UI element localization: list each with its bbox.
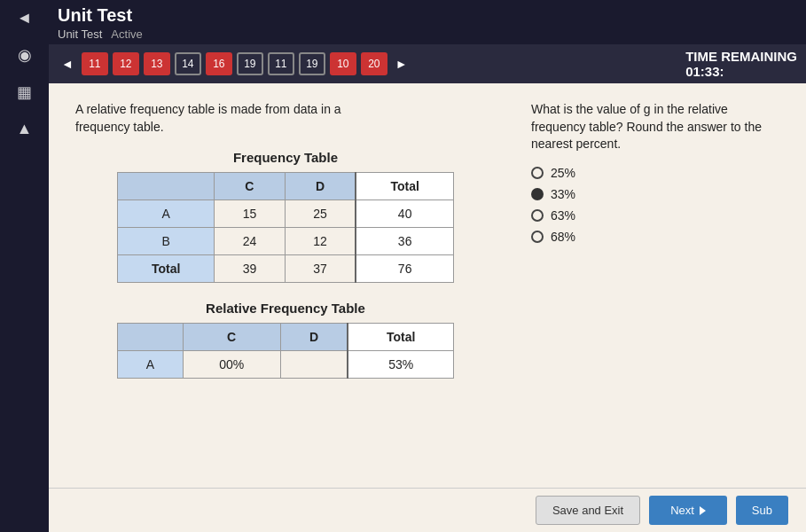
freq-header-empty	[118, 173, 215, 200]
nav-q-14[interactable]: 14	[175, 52, 201, 75]
nav-q-19b[interactable]: 19	[299, 52, 325, 75]
sidebar-back-icon[interactable]: ◄	[17, 9, 33, 27]
freq-row-a-label: A	[118, 200, 215, 228]
rel-row-a-total: 53%	[348, 351, 453, 379]
nav-q-16[interactable]: 16	[206, 52, 232, 75]
left-sidebar: ◄ ◉ ▦ ▲	[0, 0, 49, 532]
top-bar: Unit Test Unit Test Active	[49, 0, 806, 44]
question-right: What is the value of g in the relative f…	[531, 101, 779, 379]
content-area: A relative frequency table is made from …	[49, 83, 806, 488]
freq-row-a-d: 25	[285, 200, 356, 228]
question-left: A relative frequency table is made from …	[75, 101, 496, 379]
timer-display: TIME REMAINING01:33:	[685, 49, 797, 79]
freq-row-b-c: 24	[215, 228, 285, 255]
app-title: Unit Test	[58, 5, 143, 26]
right-question-text: What is the value of g in the relative f…	[531, 101, 779, 153]
option-33-label: 33%	[551, 187, 575, 201]
freq-row-total-c: 39	[215, 255, 285, 283]
rel-row-a-c: 00%	[183, 351, 280, 379]
nav-q-13[interactable]: 13	[144, 52, 170, 75]
freq-table-title: Frequency Table	[75, 150, 496, 165]
status-badge: Active	[111, 27, 142, 41]
sidebar-up-icon[interactable]: ▲	[17, 120, 33, 138]
nav-q-20[interactable]: 20	[361, 52, 387, 75]
option-68[interactable]: 68%	[531, 230, 779, 244]
question-layout: A relative frequency table is made from …	[75, 101, 779, 379]
table-row: A 00% 53%	[118, 351, 454, 379]
radio-63[interactable]	[531, 209, 544, 222]
freq-row-total-total: 76	[356, 255, 453, 283]
nav-prev-arrow[interactable]: ◄	[58, 57, 77, 71]
freq-row-total-label: Total	[118, 255, 215, 283]
option-33[interactable]: 33%	[531, 187, 779, 201]
frequency-table: C D Total A 15 25 40 B	[117, 172, 454, 283]
sub-button[interactable]: Sub	[736, 496, 788, 525]
question-text: A relative frequency table is made from …	[75, 101, 496, 136]
rel-row-a-label: A	[118, 351, 184, 379]
freq-header-c: C	[215, 173, 285, 200]
question-nav: ◄ 11 12 13 14 16 19 11 19 10 20 ► TIME R…	[49, 44, 806, 83]
freq-header-total: Total	[356, 173, 453, 200]
save-exit-button[interactable]: Save and Exit	[536, 496, 640, 525]
rel-header-empty	[118, 324, 184, 351]
option-25-label: 25%	[551, 166, 575, 180]
bottom-bar: Save and Exit Next Sub	[49, 488, 806, 532]
relative-frequency-table: C D Total A 00% 53%	[117, 323, 454, 379]
nav-q-11[interactable]: 11	[82, 52, 108, 75]
radio-25[interactable]	[531, 167, 544, 179]
subtitle: Unit Test	[58, 27, 102, 41]
freq-row-total-d: 37	[285, 255, 356, 283]
sidebar-grid-icon[interactable]: ▦	[17, 82, 32, 102]
freq-row-a-total: 40	[356, 200, 453, 228]
next-button[interactable]: Next	[649, 496, 727, 525]
freq-row-b-label: B	[118, 228, 215, 255]
radio-33[interactable]	[531, 188, 544, 200]
next-arrow-icon	[700, 506, 706, 515]
rel-header-d: D	[280, 324, 348, 351]
rel-row-a-d	[280, 351, 348, 379]
options-list: 25% 33% 63% 68%	[531, 166, 779, 244]
nav-q-19a[interactable]: 19	[237, 52, 263, 75]
rel-header-total: Total	[348, 324, 453, 351]
freq-row-a-c: 15	[215, 200, 285, 228]
rel-table-title: Relative Frequency Table	[75, 301, 496, 316]
nav-q-11b[interactable]: 11	[268, 52, 294, 75]
freq-row-b-total: 36	[356, 228, 453, 255]
option-68-label: 68%	[551, 230, 575, 244]
sidebar-headphones-icon[interactable]: ◉	[18, 45, 32, 65]
table-row: A 15 25 40	[118, 200, 454, 228]
nav-q-10[interactable]: 10	[330, 52, 356, 75]
table-row: B 24 12 36	[118, 228, 454, 255]
option-25[interactable]: 25%	[531, 166, 779, 180]
freq-header-d: D	[285, 173, 356, 200]
radio-68[interactable]	[531, 231, 544, 243]
main-content: Unit Test Unit Test Active ◄ 11 12 13 14…	[49, 0, 806, 532]
option-63[interactable]: 63%	[531, 208, 779, 223]
option-63-label: 63%	[551, 208, 575, 223]
rel-header-c: C	[183, 324, 280, 351]
nav-next-arrow[interactable]: ►	[392, 57, 411, 71]
table-row-total: Total 39 37 76	[118, 255, 454, 283]
nav-q-12[interactable]: 12	[113, 52, 139, 75]
freq-row-b-d: 12	[285, 228, 356, 255]
